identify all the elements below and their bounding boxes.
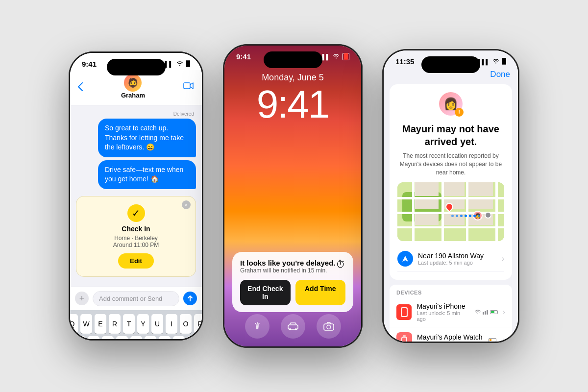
- add-attachment-button[interactable]: +: [75, 292, 89, 305]
- send-button[interactable]: [183, 292, 197, 305]
- flashlight-button[interactable]: [245, 314, 270, 339]
- key-t[interactable]: T: [123, 314, 135, 334]
- key-d[interactable]: D: [102, 336, 114, 339]
- checkin-details: Home · Berkeley Around 11:00 PM: [84, 235, 188, 248]
- video-call-button[interactable]: [183, 81, 194, 92]
- add-time-button[interactable]: Add Time: [295, 280, 346, 305]
- phone-findmy: 11:35 ● ▌▌▌ ▉ Done: [382, 49, 519, 343]
- key-l[interactable]: L: [187, 336, 199, 339]
- delayed-header: It looks like you're delayed. Graham wil…: [240, 259, 345, 274]
- location-arrow-icon: [397, 251, 413, 267]
- key-y[interactable]: Y: [137, 314, 149, 334]
- checkin-icon: ✓: [84, 204, 188, 222]
- checkin-title: Check In: [84, 225, 188, 233]
- checkin-card: × ✓ Check In Home · Berkeley Around 11:0…: [76, 196, 196, 277]
- status-time-3: 11:35: [395, 57, 414, 66]
- key-k[interactable]: K: [173, 336, 185, 339]
- svg-rect-11: [403, 335, 406, 337]
- delayed-card: It looks like you're delayed. Graham wil…: [232, 252, 353, 312]
- keyboard-row-2: A S D F G H J K L: [72, 336, 200, 339]
- contact-avatar: 🧔: [124, 74, 142, 92]
- map-view[interactable]: 👩: [397, 182, 504, 241]
- delivered-label: Delivered: [76, 111, 196, 117]
- phone-messages: 9:41 ▌▌▌ ▉: [69, 51, 203, 341]
- delayed-actions: End Check In Add Time: [240, 280, 345, 305]
- message-input-bar: + Add comment or Send: [70, 287, 202, 310]
- key-p[interactable]: P: [194, 314, 202, 334]
- device-row-watch[interactable]: Mayuri's Apple Watch Last update: — ›: [390, 327, 512, 342]
- svg-rect-8: [403, 307, 406, 308]
- keyboard: Q W E R T Y U I O P A S D F G: [70, 310, 202, 339]
- watch-sub: Last update: —: [417, 341, 483, 342]
- devices-label: DEVICES: [390, 285, 512, 297]
- lockscreen-time: 9:41: [224, 85, 361, 124]
- driving-mode-button[interactable]: [281, 314, 305, 339]
- watch-icon: [396, 332, 412, 342]
- mayuri-avatar: 👩 !: [439, 92, 463, 116]
- checkin-close-button[interactable]: ×: [182, 200, 191, 209]
- key-f[interactable]: F: [116, 336, 128, 339]
- battery-icon-2: ▉: [343, 53, 349, 60]
- iphone-text: Mayuri's iPhone Last unlock: 5 min ago: [416, 302, 469, 322]
- iphone-chevron: ›: [503, 308, 505, 317]
- key-s[interactable]: S: [88, 336, 99, 339]
- lockscreen-screen: 9:41 ▌▌▌▌ ▉ Monday, June 5 9:41: [224, 46, 361, 346]
- devices-section: DEVICES Mayuri's iPhone Last unlock: 5 m…: [390, 285, 512, 342]
- key-u[interactable]: U: [151, 314, 163, 334]
- done-button[interactable]: Done: [490, 70, 510, 79]
- wifi-icon: [176, 60, 183, 68]
- not-arrived-title: Mayuri may not have arrived yet.: [397, 122, 504, 148]
- key-j[interactable]: J: [159, 336, 171, 339]
- key-e[interactable]: E: [95, 314, 106, 334]
- not-arrived-subtitle: The most recent location reported by May…: [397, 152, 504, 176]
- input-placeholder: Add comment or Send: [99, 295, 162, 302]
- key-a[interactable]: A: [74, 336, 85, 339]
- key-h[interactable]: H: [145, 336, 156, 339]
- message-bubble-2: Drive safe—text me when you get home! 🏠: [98, 160, 196, 189]
- key-r[interactable]: R: [109, 314, 121, 334]
- key-q[interactable]: Q: [70, 314, 78, 334]
- svg-point-3: [295, 328, 297, 330]
- chevron-right-icon: ›: [502, 254, 504, 263]
- key-i[interactable]: I: [166, 314, 177, 334]
- message-input[interactable]: Add comment or Send: [93, 291, 179, 306]
- watch-status: [489, 338, 496, 342]
- delay-timer-icon: ⏱: [336, 259, 345, 270]
- location-text: Near 190 Allston Way Last update: 5 min …: [418, 252, 484, 266]
- location-row[interactable]: Near 190 Allston Way Last update: 5 min …: [397, 246, 504, 272]
- message-bubble-1: So great to catch up. Thanks for letting…: [98, 119, 196, 157]
- dynamic-island: [107, 59, 166, 75]
- iphone-icon: [396, 304, 412, 320]
- svg-rect-0: [184, 83, 190, 89]
- lockscreen-bottom-icons: [224, 314, 361, 339]
- iphone-name: Mayuri's iPhone: [416, 302, 469, 310]
- watch-name: Mayuri's Apple Watch: [417, 333, 483, 341]
- phone-lockscreen: 9:41 ▌▌▌▌ ▉ Monday, June 5 9:41: [223, 44, 363, 348]
- status-time: 9:41: [82, 60, 97, 68]
- dynamic-island-3: [421, 56, 480, 73]
- key-w[interactable]: W: [80, 314, 92, 334]
- svg-rect-10: [402, 338, 406, 342]
- camera-button[interactable]: [317, 314, 341, 339]
- back-button[interactable]: [78, 82, 83, 91]
- edit-button[interactable]: Edit: [118, 253, 154, 269]
- status-time-2: 9:41: [236, 52, 251, 61]
- delayed-subtitle: Graham will be notified in 15 min.: [240, 267, 335, 274]
- device-row-iphone[interactable]: Mayuri's iPhone Last unlock: 5 min ago: [390, 297, 512, 327]
- location-update-time: Last update: 5 min ago: [418, 260, 484, 266]
- contact-info[interactable]: 🧔 Graham: [121, 74, 145, 99]
- battery-icon: ▉: [186, 61, 190, 67]
- findmy-alert-card: 👩 ! Mayuri may not have arrived yet. The…: [390, 84, 512, 280]
- keyboard-row-1: Q W E R T Y U I O P: [72, 314, 200, 334]
- svg-rect-7: [402, 308, 407, 316]
- messages-screen: 9:41 ▌▌▌ ▉: [70, 53, 202, 339]
- delayed-title: It looks like you're delayed.: [240, 259, 335, 267]
- messages-area: Delivered So great to catch up. Thanks f…: [70, 105, 202, 287]
- delayed-notification: It looks like you're delayed. Graham wil…: [224, 252, 361, 312]
- end-checkin-button[interactable]: End Check In: [240, 280, 291, 305]
- iphone-status: [475, 310, 498, 315]
- findmy-screen: 11:35 ● ▌▌▌ ▉ Done: [384, 50, 518, 342]
- key-o[interactable]: O: [180, 314, 192, 334]
- wifi-icon-3: [492, 58, 499, 65]
- key-g[interactable]: G: [130, 336, 142, 339]
